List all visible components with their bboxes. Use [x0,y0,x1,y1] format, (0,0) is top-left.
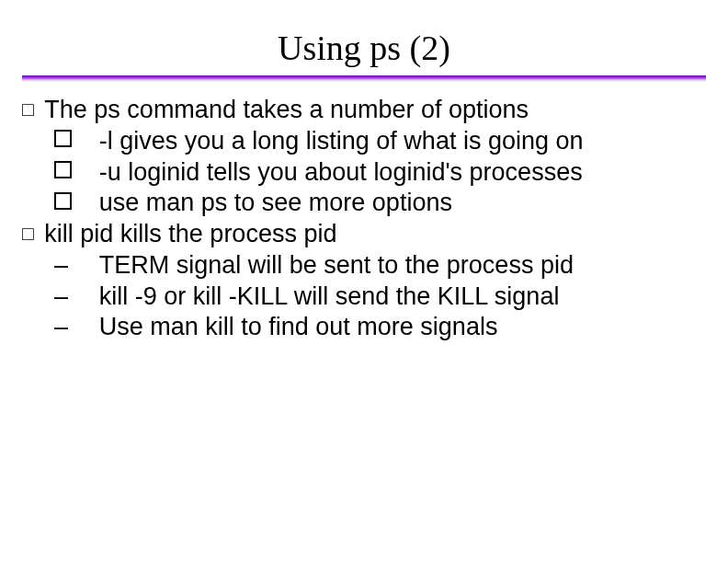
dash-icon [76,282,98,313]
text: The [44,96,94,123]
text: TERM signal will be sent to the process … [99,251,574,279]
slide-body: The ps command takes a number of options… [22,95,706,343]
bullet-l2: use man ps to see more options [22,188,706,219]
bullet-l2: Use man kill to find out more signals [22,312,706,343]
text: Use [99,313,151,340]
bullet-l2: kill -9 or kill -KILL will send the KILL… [22,282,706,313]
text: kill pid [44,220,113,247]
text: to find out more signals [234,313,498,340]
text: ps [94,96,120,123]
text: to see more options [227,189,452,216]
text: -u loginid tells you about loginid's pro… [99,158,583,186]
dash-icon [76,312,98,343]
slide: Using ps (2) The ps command takes a numb… [0,0,728,563]
bullet-l1: kill pid kills the process pid [22,219,706,250]
text: man kill [150,313,234,340]
text: -l gives you a long listing of what is g… [99,127,584,155]
text: man ps [146,189,228,216]
title-underline [22,75,706,82]
square-thick-icon [76,188,98,219]
square-thick-icon [76,126,98,157]
bullet-l2: -u loginid tells you about loginid's pro… [22,157,706,189]
text: kills the process pid [113,220,336,247]
dash-icon [76,250,98,282]
square-thick-icon [76,157,98,189]
text: command takes a number of options [120,96,529,123]
square-outline-icon [22,219,44,250]
slide-title: Using ps (2) [22,28,706,68]
square-outline-icon [22,95,44,126]
bullet-l2: -l gives you a long listing of what is g… [22,126,706,157]
text: use [99,189,146,216]
text: kill -9 or kill -KILL will send the KILL… [99,282,560,310]
bullet-l1: The ps command takes a number of options [22,95,706,126]
bullet-l2: TERM signal will be sent to the process … [22,250,706,282]
